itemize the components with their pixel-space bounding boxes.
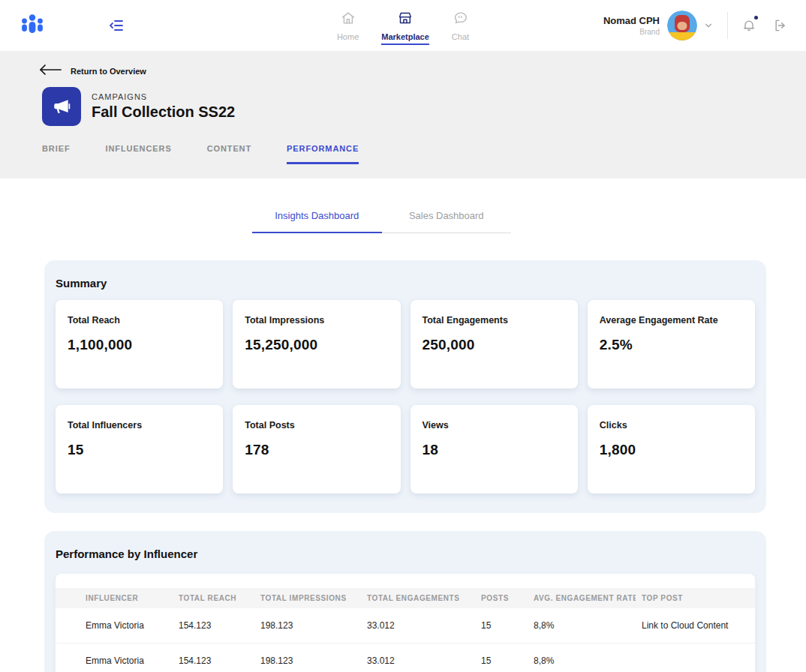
stat-card-total-impressions: Total Impressions 15,250,000 (233, 300, 400, 388)
tab-influencers[interactable]: INFLUENCERS (106, 144, 172, 164)
influencer-table: INFLUENCER TOTAL REACH TOTAL IMPRESSIONS… (56, 588, 755, 672)
tab-content[interactable]: CONTENT (207, 144, 251, 164)
stat-label: Average Engagement Rate (600, 315, 743, 326)
main-content: Insights Dashboard Sales Dashboard Summa… (0, 210, 806, 672)
people-trio-logo-icon (18, 11, 47, 40)
dashboard-tabs: Insights Dashboard Sales Dashboard (252, 210, 511, 233)
stat-card-total-posts: Total Posts 178 (233, 405, 400, 494)
col-total-engagements: TOTAL ENGAGEMENTS (361, 588, 475, 608)
top-navbar: Home Marketplace Chat Noma (0, 0, 806, 51)
stat-card-clicks: Clicks 1,800 (588, 405, 755, 494)
logout-icon[interactable] (773, 18, 788, 33)
influencer-performance-panel: Performance by Influencer INFLUENCER TOT… (44, 531, 766, 672)
campaign-category: CAMPAIGNS (92, 92, 235, 101)
back-arrow-icon (39, 64, 62, 78)
cell-avg-engagement-rate: 8,8% (528, 644, 636, 672)
stat-label: Total Engagements (423, 315, 566, 326)
nav-item-home[interactable]: Home (337, 10, 359, 45)
cell-avg-engagement-rate: 8,8% (528, 608, 636, 644)
campaign-title-row: CAMPAIGNS Fall Collection SS22 (42, 87, 764, 126)
main-navigation: Home Marketplace Chat (337, 10, 469, 45)
summary-cards-grid: Total Reach 1,100,000 Total Impressions … (56, 300, 755, 494)
campaign-title-block: CAMPAIGNS Fall Collection SS22 (92, 92, 235, 121)
col-influencer: INFLUENCER (56, 588, 173, 608)
notification-dot (754, 16, 758, 20)
user-name: Nomad CPH (603, 15, 660, 26)
col-avg-engagement-rate: AVG. ENGAGEMENT RATE (528, 588, 636, 608)
marketplace-icon (397, 10, 414, 29)
nav-label-home: Home (337, 32, 359, 41)
stat-label: Total Posts (245, 420, 388, 430)
table-row[interactable]: Emma Victoria 154.123 198.123 33.012 15 … (56, 644, 755, 672)
return-to-overview-link[interactable]: Return to Overview (39, 64, 764, 78)
cell-total-reach: 154.123 (173, 608, 254, 644)
col-total-reach: TOTAL REACH (173, 588, 254, 608)
nav-item-chat[interactable]: Chat (452, 10, 469, 45)
tab-sales-dashboard[interactable]: Sales Dashboard (382, 210, 512, 233)
stat-value: 1,800 (600, 442, 743, 458)
stat-value: 15,250,000 (245, 337, 388, 353)
cell-total-impressions: 198.123 (254, 644, 361, 672)
nav-label-chat: Chat (452, 32, 469, 41)
tab-brief[interactable]: BRIEF (42, 144, 71, 164)
chevron-down-icon[interactable] (703, 20, 714, 31)
stat-card-avg-engagement-rate: Average Engagement Rate 2.5% (588, 300, 755, 388)
stat-value: 178 (245, 442, 388, 458)
user-menu[interactable]: Nomad CPH Brand (603, 15, 660, 36)
stat-card-total-influencers: Total Influencers 15 (56, 405, 223, 494)
cell-total-engagements: 33.012 (361, 608, 475, 644)
table-row[interactable]: Emma Victoria 154.123 198.123 33.012 15 … (56, 608, 755, 644)
stat-label: Total Reach (68, 315, 211, 326)
stat-label: Total Influencers (68, 420, 211, 430)
col-posts: POSTS (475, 588, 528, 608)
stat-value: 15 (68, 442, 211, 458)
cell-influencer: Emma Victoria (56, 608, 173, 644)
cell-total-engagements: 33.012 (361, 644, 475, 672)
nav-item-marketplace[interactable]: Marketplace (381, 10, 429, 45)
cell-posts: 15 (475, 644, 528, 672)
home-icon (340, 10, 356, 29)
stat-label: Views (423, 420, 566, 430)
page-title: Fall Collection SS22 (92, 104, 235, 121)
user-role: Brand (603, 28, 660, 36)
campaign-icon-box (42, 87, 81, 126)
navbar-right: Nomad CPH Brand (603, 10, 788, 40)
top-post-link[interactable] (636, 644, 755, 672)
summary-title: Summary (56, 277, 755, 290)
cell-total-impressions: 198.123 (254, 608, 361, 644)
megaphone-icon (52, 97, 71, 116)
avatar[interactable] (667, 10, 697, 40)
cell-influencer: Emma Victoria (56, 644, 173, 672)
notifications-bell-icon[interactable] (741, 17, 756, 34)
navbar-left (18, 11, 125, 40)
cell-posts: 15 (475, 608, 528, 644)
campaign-tabs: BRIEF INFLUENCERS CONTENT PERFORMANCE (42, 144, 764, 164)
tab-insights-dashboard[interactable]: Insights Dashboard (252, 210, 382, 233)
stat-label: Total Impressions (245, 315, 388, 326)
stat-value: 18 (423, 442, 566, 458)
influencer-table-title: Performance by Influencer (56, 548, 755, 560)
navbar-divider (727, 12, 728, 39)
nav-label-marketplace: Marketplace (381, 32, 429, 45)
stat-value: 1,100,000 (68, 337, 211, 353)
menu-collapse-icon[interactable] (108, 17, 125, 34)
influencer-table-header: INFLUENCER TOTAL REACH TOTAL IMPRESSIONS… (56, 588, 755, 608)
stat-label: Clicks (600, 420, 743, 430)
campaign-header: Return to Overview CAMPAIGNS Fall Collec… (0, 51, 806, 178)
chat-icon (452, 10, 468, 29)
stat-card-total-engagements: Total Engagements 250,000 (411, 300, 578, 388)
app-logo[interactable] (18, 11, 47, 40)
top-post-link[interactable]: Link to Cloud Content (636, 608, 755, 644)
back-label: Return to Overview (71, 67, 146, 76)
col-top-post: TOP POST (636, 588, 755, 608)
col-total-impressions: TOTAL IMPRESSIONS (254, 588, 361, 608)
tab-performance[interactable]: PERFORMANCE (287, 144, 359, 164)
stat-value: 2.5% (600, 337, 743, 353)
stat-value: 250,000 (423, 337, 566, 353)
summary-panel: Summary Total Reach 1,100,000 Total Impr… (44, 260, 766, 513)
stat-card-views: Views 18 (411, 405, 578, 494)
stat-card-total-reach: Total Reach 1,100,000 (56, 300, 223, 388)
influencer-table-card: INFLUENCER TOTAL REACH TOTAL IMPRESSIONS… (56, 574, 755, 672)
cell-total-reach: 154.123 (173, 644, 254, 672)
